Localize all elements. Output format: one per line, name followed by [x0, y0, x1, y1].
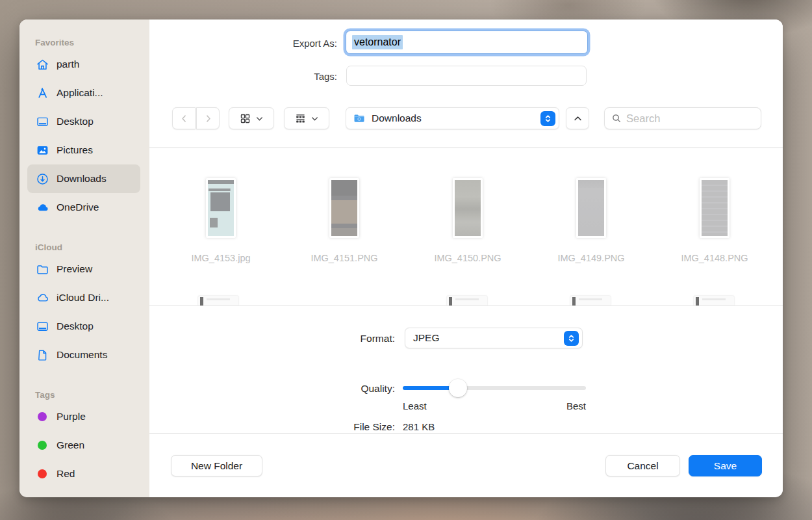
sidebar-item-label: Downloads	[57, 173, 107, 185]
location-select[interactable]: Downloads	[346, 107, 559, 129]
search-icon	[611, 112, 622, 124]
file-item[interactable]: IMG_4149.PNG	[529, 178, 653, 263]
finder-sidebar: Favorites parth Applicati... Desktop Pic…	[19, 20, 149, 497]
downloads-icon	[36, 172, 49, 186]
sidebar-item-tag-red[interactable]: Red	[27, 460, 140, 488]
sidebar-item-label: Documents	[57, 349, 107, 361]
stepper-icon	[540, 111, 555, 126]
clipped-file-thumbnail	[447, 296, 487, 306]
sidebar-item-label: Desktop	[57, 116, 94, 127]
onedrive-cloud-icon	[36, 201, 49, 214]
quality-best-label: Best	[403, 400, 586, 411]
quality-slider-thumb[interactable]	[449, 379, 467, 397]
location-value: Downloads	[372, 112, 540, 124]
sidebar-item-documents[interactable]: Documents	[27, 341, 140, 369]
format-value: JPEG	[413, 332, 439, 344]
sidebar-item-parth[interactable]: parth	[27, 50, 140, 79]
search-field[interactable]	[604, 107, 761, 129]
file-item[interactable]: IMG_4148.PNG	[653, 178, 776, 263]
back-chevron-icon	[179, 114, 189, 124]
group-view-icon	[295, 113, 306, 124]
icon-view-button[interactable]	[229, 107, 274, 129]
grid-view-icon	[240, 113, 251, 124]
file-size-label: File Size:	[353, 421, 395, 433]
file-name: IMG_4149.PNG	[557, 253, 624, 263]
sidebar-item-label: OneDrive	[57, 202, 99, 213]
stepper-icon	[564, 331, 579, 346]
sidebar-section-icloud: iCloud	[35, 242, 149, 252]
tags-label: Tags:	[314, 70, 337, 81]
desktop-icon	[36, 320, 49, 333]
sidebar-item-label: parth	[57, 58, 79, 70]
clipped-file-thumbnail	[570, 296, 611, 306]
file-item[interactable]: IMG_4151.PNG	[283, 178, 406, 263]
home-icon	[36, 58, 49, 72]
quality-slider[interactable]	[403, 386, 586, 390]
folder-icon	[353, 112, 366, 125]
format-select[interactable]: JPEG	[405, 328, 583, 348]
sidebar-item-label: Green	[57, 439, 84, 451]
sidebar-section-favorites: Favorites	[35, 38, 149, 47]
chevron-down-icon	[255, 114, 264, 123]
clipped-file-thumbnail	[198, 296, 238, 306]
folder-icon	[36, 263, 49, 276]
export-save-dialog: Favorites parth Applicati... Desktop Pic…	[19, 20, 783, 497]
tags-input[interactable]	[346, 66, 587, 86]
file-size-value: 281 KB	[403, 421, 435, 432]
sidebar-item-label: Purple	[57, 411, 86, 422]
phone-screenshot-thumbnail	[700, 178, 730, 238]
sidebar-item-label: Pictures	[57, 144, 93, 156]
dialog-main-area: Export As: vetornator Tags:	[149, 20, 783, 497]
up-directory-button[interactable]	[566, 107, 589, 129]
save-button[interactable]: Save	[689, 455, 762, 476]
new-folder-button[interactable]: New Folder	[171, 455, 262, 476]
sidebar-item-desktop-icloud[interactable]: Desktop	[27, 312, 140, 341]
sidebar-item-label: Red	[57, 468, 75, 480]
sidebar-item-downloads[interactable]: Downloads	[27, 164, 140, 193]
sidebar-item-label: Preview	[57, 263, 92, 275]
sidebar-item-pictures[interactable]: Pictures	[27, 136, 140, 164]
sidebar-item-desktop[interactable]: Desktop	[27, 107, 140, 136]
file-item[interactable]: IMG_4153.jpg	[159, 178, 283, 263]
sidebar-item-label: Applicati...	[57, 87, 103, 99]
back-button[interactable]	[172, 107, 196, 129]
desktop-icon	[36, 115, 49, 129]
file-item[interactable]: IMG_4150.PNG	[406, 178, 529, 263]
forward-button[interactable]	[196, 107, 220, 129]
export-as-label: Export As:	[293, 37, 337, 48]
search-input[interactable]	[626, 112, 754, 125]
file-name: IMG_4148.PNG	[681, 253, 748, 263]
phone-screenshot-thumbnail	[329, 178, 359, 238]
sidebar-item-icloud-drive[interactable]: iCloud Dri...	[27, 283, 140, 312]
sidebar-item-tag-purple[interactable]: Purple	[27, 402, 140, 431]
sidebar-item-preview[interactable]: Preview	[27, 255, 140, 283]
quality-slider-fill	[403, 386, 458, 390]
format-label: Format:	[361, 333, 395, 344]
red-tag-icon	[38, 469, 47, 478]
sidebar-section-tags: Tags	[35, 390, 149, 400]
file-browser: IMG_4153.jpg IMG_4151.PNG IMG_4150.PNG I…	[149, 148, 783, 306]
browser-toolbar: Downloads	[149, 107, 783, 129]
icloud-cloud-icon	[36, 291, 49, 305]
file-name: IMG_4150.PNG	[434, 253, 501, 263]
chevron-down-icon	[311, 114, 319, 123]
filename-selected-text: vetornator	[352, 35, 403, 49]
sidebar-item-tag-green[interactable]: Green	[27, 431, 140, 460]
format-options: Format: JPEG Quality: Least Best File Si…	[149, 306, 783, 433]
file-name: IMG_4153.jpg	[191, 253, 250, 263]
sidebar-item-applications[interactable]: Applicati...	[27, 79, 140, 107]
phone-screenshot-thumbnail	[453, 178, 483, 238]
phone-screenshot-thumbnail	[206, 178, 236, 238]
dialog-footer: New Folder Cancel Save	[149, 434, 783, 497]
filename-input[interactable]: vetornator	[346, 31, 588, 54]
sidebar-item-label: Desktop	[57, 320, 94, 332]
clipped-file-thumbnail	[694, 296, 734, 306]
phone-screenshot-thumbnail	[576, 178, 606, 238]
pictures-icon	[36, 144, 49, 157]
group-view-button[interactable]	[284, 107, 329, 129]
forward-chevron-icon	[203, 114, 213, 124]
sidebar-item-onedrive[interactable]: OneDrive	[27, 193, 140, 222]
purple-tag-icon	[38, 412, 47, 421]
cancel-button[interactable]: Cancel	[605, 455, 680, 476]
document-icon	[36, 348, 49, 362]
